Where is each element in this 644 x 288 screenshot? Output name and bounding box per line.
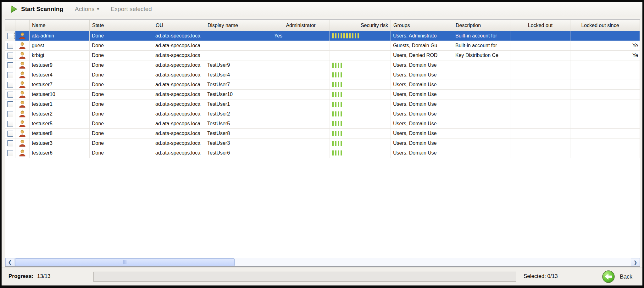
risk-bar (349, 33, 351, 38)
user-icon (18, 110, 26, 118)
risk-bar (335, 150, 336, 155)
description-cell (453, 60, 510, 70)
risk-bar (338, 92, 339, 97)
display-name-cell: TestUser9 (205, 60, 272, 70)
description-cell: Built-in account for (453, 41, 510, 51)
security-risk-cell (330, 129, 391, 138)
column-header-administrator[interactable]: Administrator (272, 20, 330, 31)
column-header-icon[interactable] (15, 20, 30, 31)
state-cell: Done (90, 80, 153, 90)
horizontal-scrollbar[interactable]: ❮ ❯ (5, 258, 640, 266)
row-checkbox[interactable] (7, 131, 13, 137)
column-header-locked-out[interactable]: Locked out (510, 20, 570, 31)
risk-bar (341, 82, 342, 87)
progress-bar (93, 272, 516, 282)
row-checkbox-cell (5, 119, 15, 129)
user-icon (18, 149, 26, 157)
column-header-description[interactable]: Description (453, 20, 510, 31)
display-name-cell (205, 31, 272, 41)
table-row[interactable]: testuser3Donead.ata-specops.locaTestUser… (5, 138, 640, 148)
table-row[interactable]: testuser5Donead.ata-specops.locaTestUser… (5, 119, 640, 129)
scrollbar-thumb[interactable] (15, 258, 235, 266)
table-row[interactable]: testuser1Donead.ata-specops.locaTestUser… (5, 99, 640, 109)
extra-cell (630, 138, 640, 148)
table-row[interactable]: krbtgtDonead.ata-specops.locaUsers, Deni… (5, 51, 640, 60)
name-cell: testuser6 (30, 148, 90, 158)
locked-out-since-cell (570, 80, 630, 90)
column-header-ou[interactable]: OU (153, 20, 205, 31)
groups-cell: Users, Domain Use (391, 119, 453, 129)
scroll-left-button[interactable]: ❮ (5, 258, 14, 267)
ou-cell: ad.ata-specops.loca (153, 129, 205, 138)
start-scanning-button[interactable]: Start Scanning (6, 4, 67, 14)
display-name-cell: TestUser2 (205, 109, 272, 119)
row-checkbox[interactable] (7, 140, 13, 146)
actions-menu-button[interactable]: Actions ▾ (71, 4, 103, 14)
name-cell: testuser4 (30, 70, 90, 80)
app-surface: Start Scanning Actions ▾ Export selected… (2, 2, 642, 285)
risk-bar (332, 63, 334, 68)
user-icon-cell (15, 148, 30, 158)
column-header-locked-out-since[interactable]: Locked out since (570, 20, 630, 31)
table-row[interactable]: testuser9Donead.ata-specops.locaTestUser… (5, 60, 640, 70)
user-icon-cell (15, 138, 30, 148)
back-button[interactable]: Back (602, 270, 632, 284)
name-cell: testuser9 (30, 60, 90, 70)
row-checkbox[interactable] (7, 53, 13, 59)
column-header-checkbox[interactable] (5, 20, 15, 31)
display-name-cell: TestUser6 (205, 148, 272, 158)
table-row[interactable]: testuser8Donead.ata-specops.locaTestUser… (5, 129, 640, 138)
description-cell (453, 70, 510, 80)
risk-bar (338, 121, 339, 126)
groups-cell: Users, Domain Use (391, 70, 453, 80)
column-header-display-name[interactable]: Display name (205, 20, 272, 31)
column-header-security-risk[interactable]: Security risk (330, 20, 391, 31)
row-checkbox[interactable] (7, 101, 13, 107)
name-cell: testuser7 (30, 80, 90, 90)
security-risk-cell (330, 109, 391, 119)
table-row[interactable]: guestDonead.ata-specops.locaGuests, Doma… (5, 41, 640, 51)
scroll-right-button[interactable]: ❯ (631, 258, 640, 267)
administrator-cell (272, 99, 330, 109)
row-checkbox[interactable] (7, 121, 13, 127)
risk-bar (355, 33, 356, 38)
row-checkbox[interactable] (7, 111, 13, 117)
state-cell: Done (90, 51, 153, 60)
state-cell: Done (90, 41, 153, 51)
table-row[interactable]: testuser7Donead.ata-specops.locaTestUser… (5, 80, 640, 90)
row-checkbox[interactable] (7, 92, 13, 98)
column-header-state[interactable]: State (90, 20, 153, 31)
table-row[interactable]: testuser4Donead.ata-specops.locaTestUser… (5, 70, 640, 80)
description-cell (453, 80, 510, 90)
column-header-name[interactable]: Name (30, 20, 90, 31)
risk-bar (332, 150, 334, 155)
ou-cell: ad.ata-specops.loca (153, 99, 205, 109)
display-name-cell: TestUser10 (205, 90, 272, 99)
risk-bar (335, 92, 336, 97)
user-icon (18, 32, 26, 40)
risk-bar (335, 141, 336, 146)
column-header-groups[interactable]: Groups (391, 20, 453, 31)
locked-out-since-cell (570, 70, 630, 80)
row-checkbox[interactable] (7, 43, 13, 49)
display-name-cell: TestUser7 (205, 80, 272, 90)
table-row[interactable]: testuser2Donead.ata-specops.locaTestUser… (5, 109, 640, 119)
name-cell: testuser3 (30, 138, 90, 148)
risk-bar (338, 131, 339, 136)
row-checkbox[interactable] (7, 62, 13, 68)
row-checkbox[interactable] (7, 82, 13, 88)
user-icon (18, 61, 26, 69)
risk-bar (341, 63, 342, 68)
export-selected-button[interactable]: Export selected (107, 4, 156, 14)
extra-cell (630, 80, 640, 90)
table-row[interactable]: ata-adminDonead.ata-specops.locaYesUsers… (5, 31, 640, 41)
column-header-extra[interactable] (630, 20, 640, 31)
extra-cell (630, 70, 640, 80)
locked-out-cell (510, 41, 570, 51)
row-checkbox[interactable] (7, 72, 13, 78)
display-name-cell (205, 51, 272, 60)
table-row[interactable]: testuser6Donead.ata-specops.locaTestUser… (5, 148, 640, 158)
user-icon-cell (15, 99, 30, 109)
table-row[interactable]: testuser10Donead.ata-specops.locaTestUse… (5, 90, 640, 99)
row-checkbox[interactable] (7, 150, 13, 156)
